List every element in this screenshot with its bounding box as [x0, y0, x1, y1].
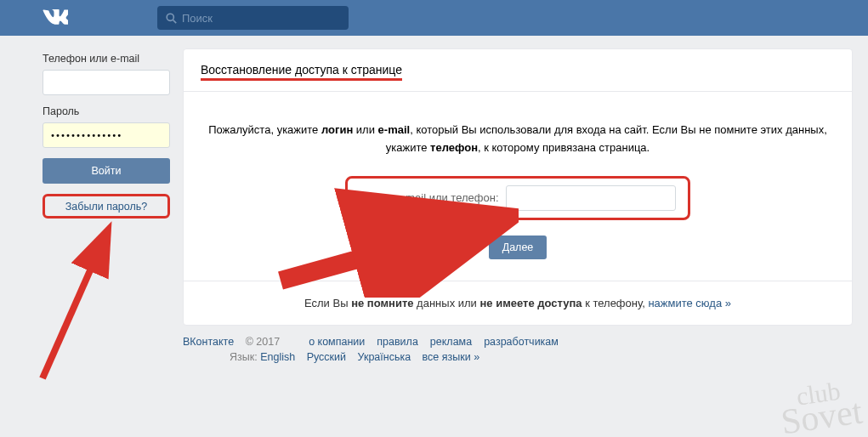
watermark: club Sovet	[777, 379, 864, 436]
footer-rules-link[interactable]: правила	[377, 336, 418, 348]
password-field[interactable]	[43, 122, 170, 148]
footer-about-link[interactable]: о компании	[309, 336, 365, 348]
forgot-password-link[interactable]: Забыли пароль?	[65, 201, 148, 213]
footer-brand-link[interactable]: ВКонтакте	[183, 336, 234, 348]
svg-point-0	[167, 14, 173, 20]
panel-footer-text: Если Вы не помните данных или не имеете …	[184, 281, 852, 325]
search-box[interactable]	[157, 6, 349, 30]
login-field[interactable]	[43, 70, 170, 95]
lang-label: Язык:	[230, 351, 258, 363]
lang-ua[interactable]: Українська	[358, 351, 411, 363]
vk-logo-icon[interactable]	[43, 9, 68, 27]
footer-copyright: © 2017	[242, 336, 280, 348]
lang-ru[interactable]: Русский	[307, 351, 346, 363]
footer-dev-link[interactable]: разработчикам	[484, 336, 559, 348]
lang-en[interactable]: English	[260, 351, 295, 363]
recovery-input[interactable]	[506, 185, 676, 211]
next-button[interactable]: Далее	[489, 236, 547, 259]
login-label: Телефон или e-mail	[43, 53, 170, 65]
search-input[interactable]	[182, 12, 340, 25]
header-bar	[0, 0, 868, 36]
footer-ads-link[interactable]: реклама	[430, 336, 472, 348]
panel-header: Восстановление доступа к странице	[184, 49, 852, 92]
main-panel: Восстановление доступа к странице Пожалу…	[183, 48, 853, 326]
lang-all[interactable]: все языки »	[423, 351, 480, 363]
forgot-highlight: Забыли пароль?	[43, 194, 170, 218]
svg-line-1	[173, 20, 177, 23]
page-title: Восстановление доступа к странице	[201, 63, 402, 81]
site-footer: ВКонтакте © 2017 о компании правила рекл…	[0, 326, 868, 363]
password-label: Пароль	[43, 105, 170, 117]
input-highlight: Логин, e-mail или телефон:	[345, 176, 689, 220]
login-button[interactable]: Войти	[43, 158, 170, 184]
login-sidebar: Телефон или e-mail Пароль Войти Забыли п…	[43, 48, 170, 218]
search-icon	[166, 13, 177, 24]
recovery-input-label: Логин, e-mail или телефон:	[360, 191, 498, 204]
no-access-link[interactable]: нажмите сюда »	[648, 297, 731, 309]
instructions-text: Пожалуйста, укажите логин или e-mail, ко…	[201, 122, 835, 157]
